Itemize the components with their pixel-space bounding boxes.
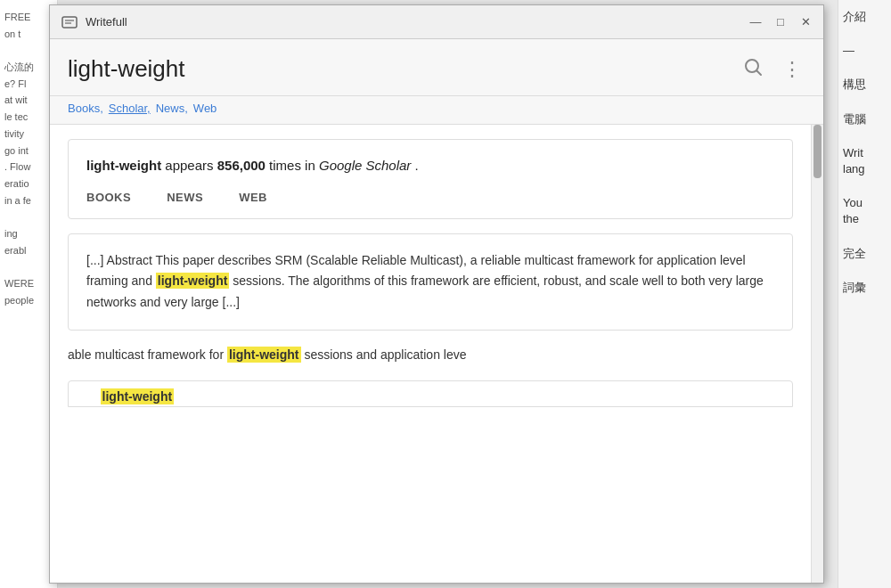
bg-line: e? Fl: [4, 76, 53, 93]
sidebar-item-writ: Writlang: [843, 145, 887, 177]
source-tab-books[interactable]: BOOKS: [86, 191, 131, 206]
bg-line: people: [4, 292, 53, 309]
svg-rect-0: [62, 17, 77, 28]
filter-web[interactable]: Web: [193, 102, 217, 115]
bg-line: go int: [4, 143, 53, 159]
content-inner: light-weight appears 856,000 times in Go…: [50, 125, 811, 583]
bg-line: [4, 208, 53, 225]
sidebar-item-you: Youthe: [843, 195, 887, 227]
main-content: light-weight appears 856,000 times in Go…: [50, 125, 823, 583]
filter-news[interactable]: News,: [156, 102, 188, 115]
source-tabs: BOOKS NEWS WEB: [86, 191, 774, 206]
search-action-icons: ⋮: [740, 53, 805, 85]
next-result-text: light-weight: [86, 388, 174, 404]
bg-line: . Flow: [4, 159, 53, 176]
stats-source: Google Scholar: [319, 158, 411, 173]
bg-line: tivity: [4, 126, 53, 143]
stats-times: times in: [269, 158, 319, 173]
stats-appears: appears: [165, 158, 217, 173]
sidebar-item-computer: 電腦: [843, 111, 887, 127]
sidebar-item-intro: 介紹: [843, 9, 887, 25]
strip-highlight: light-weight: [227, 347, 301, 363]
stats-card: light-weight appears 856,000 times in Go…: [68, 139, 793, 219]
bg-line: FREE: [4, 9, 53, 26]
bg-line: [4, 42, 53, 59]
svg-line-4: [757, 71, 762, 76]
search-button[interactable]: [740, 53, 766, 85]
bg-line: le tec: [4, 109, 53, 126]
stats-text: light-weight appears 856,000 times in Go…: [86, 156, 774, 176]
source-tab-web[interactable]: WEB: [239, 191, 267, 206]
next-result-partial: light-weight: [68, 380, 793, 407]
bg-line: ing: [4, 225, 53, 242]
close-button[interactable]: ✕: [798, 15, 813, 29]
bg-line: eratio: [4, 176, 53, 192]
scrollbar-thumb[interactable]: [813, 125, 822, 178]
source-tab-news[interactable]: NEWS: [167, 191, 203, 206]
strip-suffix: sessions and application leve: [301, 347, 467, 362]
bg-line: erabl: [4, 242, 53, 259]
result-highlight: light-weight: [156, 273, 230, 289]
stats-count: 856,000: [217, 158, 266, 173]
strip-prefix: able multicast framework for: [68, 347, 227, 362]
stats-period: .: [415, 158, 419, 173]
sidebar-item-complete: 完全: [843, 246, 887, 262]
result-card: [...] Abstract This paper describes SRM …: [68, 233, 793, 331]
bg-line: [4, 258, 53, 275]
filter-scholar[interactable]: Scholar,: [109, 102, 151, 115]
right-sidebar: 介紹 — 構思 電腦 Writlang Youthe 完全 詞彙: [838, 0, 891, 588]
result-text: [...] Abstract This paper describes SRM …: [86, 250, 774, 314]
search-bar-area: light-weight ⋮: [50, 39, 823, 96]
sidebar-item-vocab: 詞彙: [843, 280, 887, 296]
sidebar-divider: —: [843, 43, 887, 59]
maximize-button[interactable]: □: [773, 15, 788, 29]
writefull-logo-icon: [61, 13, 78, 31]
bg-line: on t: [4, 26, 53, 43]
filter-tabs: Books, Scholar, News, Web: [50, 96, 823, 125]
window-title: Writefull: [86, 15, 748, 29]
bg-line: WERE: [4, 275, 53, 292]
sidebar-item-concept: 構思: [843, 77, 887, 93]
bottom-strip: able multicast framework for light-weigh…: [68, 345, 793, 366]
bg-line: 心流的: [4, 59, 53, 76]
writefull-window: Writefull — □ ✕ light-weight ⋮ Books, Sc…: [49, 4, 824, 584]
next-highlight: light-weight: [101, 388, 175, 404]
bg-line: at wit: [4, 92, 53, 109]
filter-books[interactable]: Books,: [68, 102, 103, 115]
window-controls: — □ ✕: [748, 15, 813, 29]
search-term: light-weight: [68, 55, 740, 83]
stats-word: light-weight: [86, 158, 161, 173]
minimize-button[interactable]: —: [748, 15, 763, 29]
bg-line: in a fe: [4, 192, 53, 209]
title-bar: Writefull — □ ✕: [50, 5, 823, 39]
scrollbar-track[interactable]: [811, 125, 823, 583]
more-options-button[interactable]: ⋮: [779, 56, 805, 83]
